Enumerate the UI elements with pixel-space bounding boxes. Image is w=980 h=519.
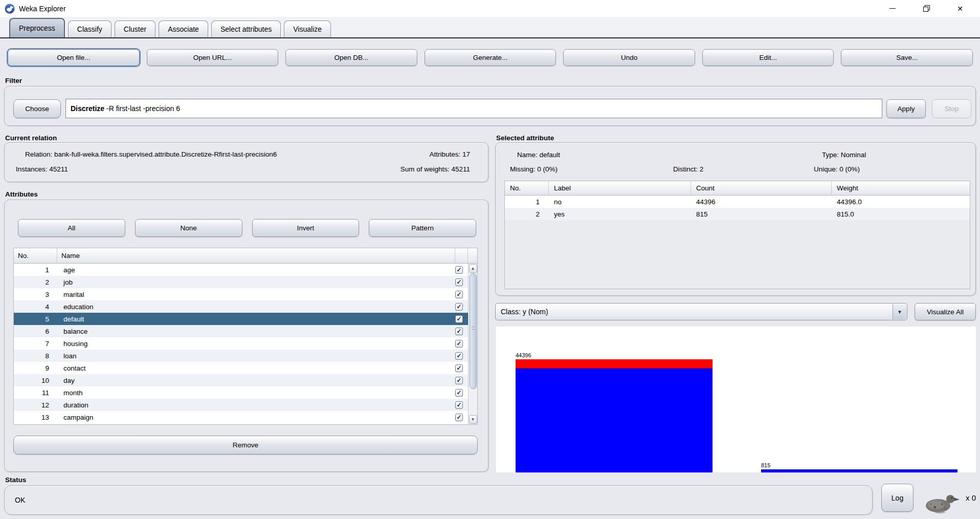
select-none-button[interactable]: None bbox=[135, 219, 242, 237]
minimize-button[interactable] bbox=[876, 0, 909, 17]
attribute-checkbox[interactable]: ✓ bbox=[455, 291, 463, 298]
select-all-button[interactable]: All bbox=[18, 219, 125, 237]
selected-attribute-panel: Name: default Type: Nominal Missing: 0 (… bbox=[495, 142, 976, 296]
scroll-down-button[interactable]: ▼ bbox=[469, 415, 477, 424]
scrollbar-thumb[interactable] bbox=[470, 273, 477, 389]
attribute-checkbox[interactable]: ✓ bbox=[455, 278, 463, 286]
attribute-row-month[interactable]: 11month✓ bbox=[14, 386, 468, 399]
relation-line: Relation: bank-full-weka.filters.supervi… bbox=[25, 150, 277, 158]
class-selector-row: Class: y (Nom) ▼ Visualize All bbox=[495, 303, 976, 320]
attribute-number: 11 bbox=[14, 389, 57, 397]
bar-blue-segment bbox=[761, 469, 957, 472]
tab-select-attributes[interactable]: Select attributes bbox=[211, 20, 281, 37]
attribute-row-day[interactable]: 10day✓ bbox=[14, 374, 468, 386]
values-header-label: Label bbox=[549, 181, 691, 195]
tab-classify[interactable]: Classify bbox=[68, 20, 112, 37]
apply-filter-button[interactable]: Apply bbox=[886, 99, 926, 118]
attribute-row-job[interactable]: 2job✓ bbox=[14, 276, 468, 288]
attributes-scrollbar[interactable]: ▲ ▼ bbox=[468, 264, 477, 424]
attribute-number: 8 bbox=[14, 352, 57, 360]
attribute-row-balance[interactable]: 6balance✓ bbox=[14, 325, 468, 337]
attributes-count-line: Attributes: 17 bbox=[429, 150, 470, 158]
value-row-yes: 2yes815815.0 bbox=[505, 208, 970, 220]
open-file-button[interactable]: Open file... bbox=[8, 49, 140, 66]
attribute-number: 10 bbox=[14, 377, 57, 384]
attribute-checkbox[interactable]: ✓ bbox=[455, 266, 463, 274]
attribute-unique-stat: Unique: 0 (0%) bbox=[814, 165, 860, 173]
attribute-name: education bbox=[57, 303, 455, 311]
select-pattern-button[interactable]: Pattern bbox=[369, 219, 476, 237]
attribute-row-campaign[interactable]: 13campaign✓ bbox=[14, 411, 468, 423]
attribute-checkbox[interactable]: ✓ bbox=[455, 364, 463, 372]
attribute-number: 6 bbox=[14, 328, 57, 335]
instances-line: Instances: 45211 bbox=[16, 165, 68, 173]
filter-section-label: Filter bbox=[5, 77, 22, 84]
chevron-down-icon[interactable]: ▼ bbox=[893, 304, 906, 319]
attribute-row-age[interactable]: 1age✓ bbox=[14, 264, 468, 276]
filter-args: -R first-last -precision 6 bbox=[104, 104, 180, 113]
select-invert-button[interactable]: Invert bbox=[252, 219, 360, 237]
attribute-checkbox[interactable]: ✓ bbox=[455, 315, 463, 323]
attribute-number: 12 bbox=[14, 401, 57, 409]
value-no: 1 bbox=[505, 198, 549, 206]
attribute-distinct-stat: Distinct: 2 bbox=[673, 165, 703, 173]
attribute-row-contact[interactable]: 9contact✓ bbox=[14, 362, 468, 374]
attribute-checkbox[interactable]: ✓ bbox=[455, 303, 463, 311]
class-dropdown-value: Class: y (Nom) bbox=[501, 308, 548, 316]
attribute-checkbox[interactable]: ✓ bbox=[455, 328, 463, 335]
attribute-row-loan[interactable]: 8loan✓ bbox=[14, 350, 468, 362]
attribute-row-marital[interactable]: 3marital✓ bbox=[14, 288, 468, 300]
class-dropdown[interactable]: Class: y (Nom) ▼ bbox=[495, 303, 907, 320]
histogram-bar-yes bbox=[761, 469, 957, 472]
open-url-button[interactable]: Open URL... bbox=[147, 49, 279, 66]
attribute-name: balance bbox=[57, 328, 455, 335]
value-count: 44396 bbox=[691, 198, 832, 206]
attribute-checkbox[interactable]: ✓ bbox=[455, 414, 463, 421]
open-db-button[interactable]: Open DB... bbox=[285, 49, 417, 66]
choose-filter-button[interactable]: Choose bbox=[13, 99, 61, 118]
attribute-name: campaign bbox=[57, 414, 455, 421]
tab-cluster[interactable]: Cluster bbox=[115, 20, 155, 37]
current-relation-section-label: Current relation bbox=[5, 134, 57, 142]
save-button[interactable]: Save... bbox=[841, 49, 973, 66]
values-header-weight: Weight bbox=[832, 181, 970, 195]
attribute-checkbox[interactable]: ✓ bbox=[455, 340, 463, 348]
attribute-row-duration[interactable]: 12duration✓ bbox=[14, 399, 468, 411]
attribute-checkbox[interactable]: ✓ bbox=[455, 352, 463, 360]
visualize-all-button[interactable]: Visualize All bbox=[915, 303, 976, 320]
value-weight: 44396.0 bbox=[832, 198, 970, 206]
attribute-checkbox[interactable]: ✓ bbox=[455, 377, 463, 384]
remove-attributes-button[interactable]: Remove bbox=[13, 436, 478, 455]
attribute-row-default[interactable]: 5default✓ bbox=[14, 313, 468, 325]
attributes-list: 1age✓2job✓3marital✓4education✓5default✓6… bbox=[14, 264, 468, 424]
tab-preprocess[interactable]: Preprocess bbox=[9, 18, 65, 37]
tab-bar: PreprocessClassifyClusterAssociateSelect… bbox=[0, 17, 980, 38]
filter-config-field[interactable]: Discretize -R first-last -precision 6 bbox=[65, 99, 882, 118]
attribute-row-housing[interactable]: 7housing✓ bbox=[14, 337, 468, 350]
header-scrollbar-col bbox=[468, 248, 477, 263]
filter-name: Discretize bbox=[71, 104, 104, 113]
close-button[interactable]: ✕ bbox=[943, 0, 977, 17]
attribute-name: contact bbox=[57, 364, 455, 372]
attribute-checkbox-cell: ✓ bbox=[455, 401, 468, 409]
filter-panel: Choose Discretize -R first-last -precisi… bbox=[4, 86, 976, 126]
status-panel: OK bbox=[4, 485, 873, 515]
scroll-up-button[interactable]: ▲ bbox=[469, 264, 477, 273]
stop-filter-button[interactable]: Stop bbox=[932, 99, 971, 118]
tab-associate[interactable]: Associate bbox=[159, 20, 208, 37]
generate-button[interactable]: Generate... bbox=[425, 49, 556, 66]
attribute-checkbox[interactable]: ✓ bbox=[455, 389, 463, 397]
attributes-table-header: No. Name bbox=[14, 248, 477, 264]
restore-button[interactable] bbox=[909, 0, 943, 17]
attribute-number: 2 bbox=[14, 278, 57, 286]
undo-button[interactable]: Undo bbox=[563, 49, 695, 66]
value-label: no bbox=[549, 198, 691, 206]
attribute-row-education[interactable]: 4education✓ bbox=[14, 300, 468, 313]
header-name: Name bbox=[57, 248, 455, 263]
edit-button[interactable]: Edit... bbox=[702, 49, 834, 66]
log-button[interactable]: Log bbox=[881, 484, 914, 512]
attribute-checkbox[interactable]: ✓ bbox=[455, 401, 463, 409]
attribute-number: 4 bbox=[14, 303, 57, 311]
attribute-name: default bbox=[57, 315, 455, 323]
tab-visualize[interactable]: Visualize bbox=[284, 20, 331, 37]
